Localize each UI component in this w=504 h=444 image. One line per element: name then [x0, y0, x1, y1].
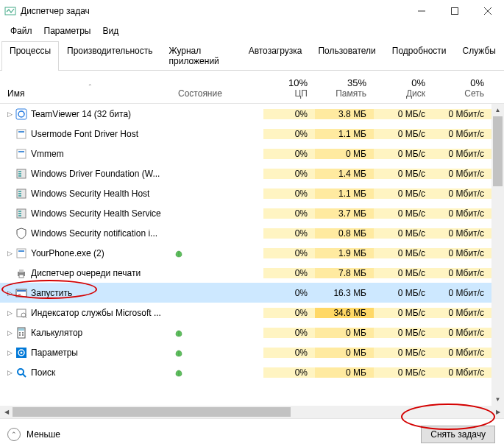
process-row[interactable]: Windows Security Health Host0%1.1 МБ0 МБ… [0, 183, 491, 203]
scroll-thumb[interactable] [493, 116, 503, 186]
cell-disk: 0 МБ/с [374, 367, 433, 378]
title-bar: Диспетчер задач [0, 0, 504, 22]
hscroll-thumb[interactable] [13, 407, 291, 417]
column-disk[interactable]: 0% Диск [374, 74, 433, 103]
cell-mem: 1.9 МБ [315, 248, 374, 258]
cell-disk: 0 МБ/с [374, 149, 433, 159]
process-row[interactable]: Windows Security Health Service0%3.7 МБ0… [0, 203, 491, 223]
tab-performance[interactable]: Производительность [59, 41, 160, 71]
cell-cpu: 0% [263, 129, 315, 139]
scroll-down-icon[interactable]: ▼ [491, 393, 504, 406]
cell-disk: 0 МБ/с [374, 169, 433, 179]
footer-bar: ⌃ Меньше Снять задачу [0, 418, 504, 444]
vertical-scrollbar[interactable]: ▲ ▼ [491, 104, 504, 406]
process-row[interactable]: ▷Поиск0%0 МБ0 МБ/с0 Мбит/с [0, 362, 491, 382]
cell-disk: 0 МБ/с [374, 248, 433, 258]
tab-processes[interactable]: Процессы [1, 41, 59, 71]
expand-icon[interactable]: ▷ [4, 309, 15, 317]
svg-rect-2 [451, 8, 458, 15]
tab-startup[interactable]: Автозагрузка [241, 41, 310, 71]
cell-cpu: 0% [263, 109, 315, 119]
process-row[interactable]: ▷YourPhone.exe (2)0%1.9 МБ0 МБ/с0 Мбит/с [0, 243, 491, 263]
process-row[interactable]: ▷Индексатор службы Microsoft ...0%34.6 М… [0, 303, 491, 323]
scroll-right-icon[interactable]: ▶ [491, 406, 504, 418]
process-row[interactable]: ▷TeamViewer 14 (32 бита)0%3.8 МБ0 МБ/с0 … [0, 104, 491, 124]
svg-rect-30 [17, 290, 26, 292]
cell-cpu: 0% [263, 308, 315, 318]
column-state[interactable]: Состояние [175, 85, 263, 103]
chevron-up-icon: ⌃ [7, 428, 21, 441]
cell-mem: 0.8 МБ [315, 228, 374, 239]
svg-rect-13 [18, 173, 21, 175]
process-row[interactable]: Windows Driver Foundation (W...0%1.4 МБ0… [0, 163, 491, 183]
close-button[interactable] [471, 0, 504, 22]
cpu-label: ЦП [266, 88, 308, 99]
column-name[interactable]: ⌃ Имя [4, 85, 175, 103]
process-state [175, 329, 263, 336]
svg-rect-5 [16, 109, 26, 119]
expand-icon[interactable]: ▷ [4, 369, 15, 376]
memory-label: Память [318, 88, 366, 99]
cell-disk: 0 МБ/с [374, 348, 433, 358]
process-name: Индексатор службы Microsoft ... [31, 308, 175, 318]
svg-rect-14 [18, 175, 21, 177]
cell-mem: 34.6 МБ [315, 308, 374, 318]
svg-line-46 [23, 374, 26, 377]
cell-net: 0 Мбит/с [433, 288, 491, 298]
menu-options[interactable]: Параметры [38, 24, 97, 38]
fewer-details-button[interactable]: ⌃ Меньше [7, 428, 60, 441]
scroll-up-icon[interactable]: ▲ [491, 104, 504, 116]
tab-users[interactable]: Пользователи [310, 41, 383, 71]
shield-icon [15, 228, 28, 239]
process-state [175, 349, 263, 356]
expand-icon[interactable]: ▷ [4, 250, 15, 257]
leaf-icon [175, 369, 182, 376]
scroll-left-icon[interactable]: ◀ [0, 406, 13, 418]
column-network[interactable]: 0% Сеть [433, 74, 491, 103]
tab-app-history[interactable]: Журнал приложений [161, 41, 241, 71]
svg-point-38 [19, 334, 21, 336]
process-row[interactable]: Диспетчер очереди печати0%7.8 МБ0 МБ/с0 … [0, 263, 491, 283]
process-row[interactable]: Vmmem0%0 МБ0 МБ/с0 Мбит/с [0, 144, 491, 163]
expand-icon[interactable]: ▷ [4, 289, 15, 297]
process-name: Windows Security Health Host [31, 188, 175, 199]
cell-disk: 0 МБ/с [374, 228, 433, 239]
svg-rect-23 [17, 249, 26, 258]
process-row[interactable]: ▷Запустить0%16.3 МБ0 МБ/с0 Мбит/с [0, 283, 491, 303]
horizontal-scrollbar[interactable]: ◀ ▶ [0, 406, 504, 418]
cell-mem: 0 МБ [315, 149, 374, 159]
column-cpu[interactable]: 10% ЦП [263, 74, 315, 103]
process-row[interactable]: Windows Security notification i...0%0.8 … [0, 223, 491, 243]
tab-details[interactable]: Подробности [384, 41, 455, 71]
cell-net: 0 Мбит/с [433, 228, 491, 239]
svc-icon [15, 168, 28, 180]
app-icon [15, 128, 28, 140]
column-memory[interactable]: 35% Память [315, 74, 374, 103]
end-task-button[interactable]: Снять задачу [421, 426, 495, 443]
cell-net: 0 Мбит/с [433, 367, 491, 378]
cell-cpu: 0% [263, 149, 315, 159]
cell-cpu: 0% [263, 348, 315, 358]
network-percent: 0% [436, 77, 484, 88]
expand-icon[interactable]: ▷ [4, 329, 15, 336]
cell-net: 0 Мбит/с [433, 328, 491, 338]
svg-rect-7 [17, 130, 26, 138]
cell-net: 0 Мбит/с [433, 248, 491, 258]
expand-icon[interactable]: ▷ [4, 110, 15, 118]
process-row[interactable]: ▷Параметры0%0 МБ0 МБ/с0 Мбит/с [0, 342, 491, 362]
process-row[interactable]: ▷Калькулятор0%0 МБ0 МБ/с0 Мбит/с [0, 323, 491, 342]
tab-services[interactable]: Службы [455, 41, 504, 71]
expand-icon[interactable]: ▷ [4, 349, 15, 356]
maximize-button[interactable] [438, 0, 471, 22]
cell-net: 0 Мбит/с [433, 208, 491, 219]
minimize-button[interactable] [405, 0, 438, 22]
menu-view[interactable]: Вид [96, 24, 124, 38]
tv-icon [15, 108, 28, 120]
cell-cpu: 0% [263, 169, 315, 179]
svg-rect-20 [18, 211, 21, 212]
process-row[interactable]: Usermode Font Driver Host0%1.1 МБ0 МБ/с0… [0, 124, 491, 144]
svg-rect-27 [19, 269, 24, 272]
menu-file[interactable]: Файл [4, 24, 38, 38]
process-name: Параметры [31, 348, 175, 358]
cpu-percent: 10% [266, 77, 308, 88]
